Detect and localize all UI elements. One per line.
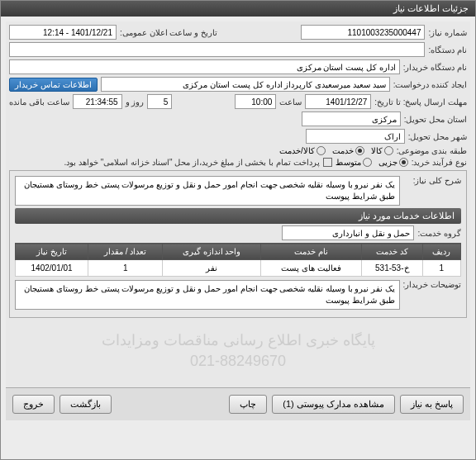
announce-field: 1401/12/21 - 12:14 xyxy=(9,25,117,40)
delivery-city-label: شهر محل تحویل: xyxy=(408,132,467,141)
delivery-state-label: استان محل تحویل: xyxy=(404,115,467,124)
row-requester: ایجاد کننده درخواست: سید سعید میرسعیدی ک… xyxy=(9,77,467,92)
watermark: پایگاه خبری اطلاع رسانی مناقصات ومزایدات… xyxy=(102,330,375,372)
row-need-number: شماره نیاز: 1101003235000447 تاریخ و ساع… xyxy=(9,25,467,40)
row-delivery-state: استان محل تحویل: مرکزی xyxy=(9,111,467,126)
radio-icon xyxy=(384,146,393,155)
announce-label: تاریخ و ساعت اعلان عمومی: xyxy=(120,28,217,37)
footer-buttons: پاسخ به نیاز مشاهده مدارک پیوستی (1) چاپ… xyxy=(6,387,470,420)
row-subject-class: طبقه بندی موضوعی: کالا خدمت کالا/خدمت xyxy=(9,146,467,155)
th-qty: تعداد / مقدار xyxy=(88,244,163,260)
row-buyer-notes: توضیحات خریدار: یک نفر نیرو با وسیله نقل… xyxy=(15,280,461,310)
radio-jozi-label: جزیی xyxy=(378,158,397,167)
deadline-date-field: 1401/12/27 xyxy=(305,94,371,109)
service-group-field: حمل و نقل و انبارداری xyxy=(282,225,414,240)
radio-khedmat[interactable]: خدمت xyxy=(332,146,364,155)
services-table: ردیف کد خدمت نام خدمت واحد اندازه گیری ت… xyxy=(15,243,461,277)
device-label: نام دستگاه: xyxy=(428,45,467,55)
row-purchase-type: نوع فرآیند خرید: جزیی متوسط پرداخت تمام … xyxy=(9,158,467,167)
radio-icon xyxy=(317,146,326,155)
td-name: فعالیت های پست xyxy=(261,260,362,277)
watermark-line2: 021-88249670 xyxy=(102,351,375,372)
services-header: اطلاعات خدمات مورد نیاز xyxy=(15,208,461,224)
remain-label: ساعت باقی مانده xyxy=(9,97,69,107)
table-header-row: ردیف کد خدمت نام خدمت واحد اندازه گیری ت… xyxy=(16,244,461,260)
service-group-label: گروه خدمت: xyxy=(417,229,461,238)
row-desc: شرح کلی نیاز: یک نفر نیرو با وسیله نقلیه… xyxy=(15,176,461,206)
td-qty: 1 xyxy=(88,260,163,277)
row-delivery-city: شهر محل تحویل: اراک xyxy=(9,129,467,144)
purchase-checkbox[interactable] xyxy=(323,158,332,167)
deadline-time-field: 10:00 xyxy=(235,94,276,109)
table-row[interactable]: 1 خ-53-531 فعالیت های پست نفر 1 1402/01/… xyxy=(16,260,461,277)
row-device: نام دستگاه: xyxy=(9,42,467,57)
purchase-note: پرداخت تمام با بخشی از مبلغ خرید،از محل … xyxy=(64,158,319,167)
content-area: شماره نیاز: 1101003235000447 تاریخ و ساع… xyxy=(1,17,475,425)
radio-icon xyxy=(399,158,408,167)
need-number-field: 1101003235000447 xyxy=(301,25,425,40)
main-window: جزئیات اطلاعات نیاز شماره نیاز: 11010032… xyxy=(0,0,476,460)
desc-field: یک نفر نیرو با وسیله نقلیه شخصی جهت انجا… xyxy=(15,176,400,206)
td-date: 1402/01/01 xyxy=(16,260,88,277)
radio-kala-label: کالا xyxy=(371,146,383,155)
footer-right-group: بازگشت خروج xyxy=(12,395,112,414)
radio-icon xyxy=(355,146,364,155)
attachments-button[interactable]: مشاهده مدارک پیوستی (1) xyxy=(272,395,395,414)
buyer-label: نام دستگاه خریدار: xyxy=(403,63,467,72)
exit-button[interactable]: خروج xyxy=(12,395,55,414)
buyer-notes-field: یک نفر نیرو با وسیله نقلیه شخصی جهت انجا… xyxy=(15,280,400,310)
radio-kalakhedmat-label: کالا/خدمت xyxy=(279,146,315,155)
contact-buyer-button[interactable]: اطلاعات تماس خریدار xyxy=(9,78,98,92)
remain-time-field: 21:34:55 xyxy=(73,94,122,109)
watermark-line1: پایگاه خبری اطلاع رسانی مناقصات ومزایدات xyxy=(102,330,375,351)
window-titlebar: جزئیات اطلاعات نیاز xyxy=(1,1,475,17)
deadline-label: مهلت ارسال پاسخ: تا تاریخ: xyxy=(374,97,467,107)
purchase-type-label: نوع فرآیند خرید: xyxy=(412,158,467,167)
respond-button[interactable]: پاسخ به نیاز xyxy=(400,395,464,414)
subject-class-label: طبقه بندی موضوعی: xyxy=(397,146,467,155)
desc-label: شرح کلی نیاز: xyxy=(403,176,461,206)
requester-label: ایجاد کننده درخواست: xyxy=(393,80,467,89)
buyer-notes-label: توضیحات خریدار: xyxy=(403,280,461,310)
delivery-state-field: مرکزی xyxy=(302,111,401,126)
footer-left-group: پاسخ به نیاز مشاهده مدارک پیوستی (1) چاپ xyxy=(229,395,464,414)
radio-kala[interactable]: کالا xyxy=(371,146,393,155)
time-label-1: ساعت xyxy=(279,97,302,107)
subject-radio-group: کالا خدمت کالا/خدمت xyxy=(279,146,393,155)
requester-field: سید سعید میرسعیدی کارپرداز اداره کل پست … xyxy=(101,77,390,92)
row-buyer: نام دستگاه خریدار: اداره کل پست استان مر… xyxy=(9,59,467,74)
radio-jozi[interactable]: جزیی xyxy=(378,158,408,167)
row-service-group: گروه خدمت: حمل و نقل و انبارداری xyxy=(15,225,461,240)
watermark-area: پایگاه خبری اطلاع رسانی مناقصات ومزایدات… xyxy=(9,318,467,384)
device-field xyxy=(9,42,425,57)
radio-kala-khedmat[interactable]: کالا/خدمت xyxy=(279,146,326,155)
details-box: شرح کلی نیاز: یک نفر نیرو با وسیله نقلیه… xyxy=(9,170,467,318)
th-row: ردیف xyxy=(422,244,460,260)
need-number-label: شماره نیاز: xyxy=(428,28,467,37)
days-field: 5 xyxy=(147,94,172,109)
radio-khedmat-label: خدمت xyxy=(332,146,354,155)
window-title: جزئیات اطلاعات نیاز xyxy=(393,3,469,13)
back-button[interactable]: بازگشت xyxy=(60,395,112,414)
form-area: شماره نیاز: 1101003235000447 تاریخ و ساع… xyxy=(6,21,470,387)
buyer-field: اداره کل پست استان مرکزی xyxy=(9,59,400,74)
th-date: تاریخ نیاز xyxy=(16,244,88,260)
delivery-city-field: اراک xyxy=(306,129,405,144)
row-deadline: مهلت ارسال پاسخ: تا تاریخ: 1401/12/27 سا… xyxy=(9,94,467,109)
day-label: روز و xyxy=(126,97,145,107)
purchase-radio-group: جزیی متوسط xyxy=(336,158,408,167)
radio-icon xyxy=(363,158,372,167)
td-code: خ-53-531 xyxy=(361,260,422,277)
th-name: نام خدمت xyxy=(261,244,362,260)
print-button[interactable]: چاپ xyxy=(229,395,267,414)
th-unit: واحد اندازه گیری xyxy=(163,244,261,260)
th-code: کد خدمت xyxy=(361,244,422,260)
td-row: 1 xyxy=(422,260,460,277)
radio-motavaset-label: متوسط xyxy=(336,158,361,167)
td-unit: نفر xyxy=(163,260,261,277)
radio-motavaset[interactable]: متوسط xyxy=(336,158,372,167)
